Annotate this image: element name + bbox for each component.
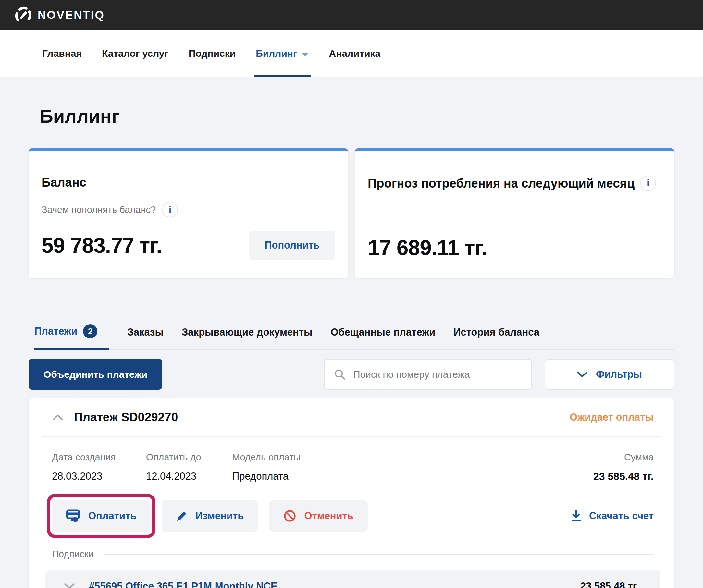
brand-wordmark: NOVENTIQ	[37, 8, 105, 21]
page-content: Биллинг Баланс Зачем пополнять баланс? i…	[0, 105, 703, 588]
field-amount: Сумма 23 585.48 тг.	[593, 452, 654, 483]
subscription-name-link[interactable]: #55695 Office 365 E1 P1M Monthly NCE	[89, 581, 278, 588]
download-icon	[570, 510, 582, 522]
nav-item-billing[interactable]: Биллинг	[256, 30, 309, 77]
forecast-card-title: Прогноз потребления на следующий месяц	[368, 176, 634, 190]
summary-cards: Баланс Зачем пополнять баланс? i 59 783.…	[28, 148, 675, 278]
main-navigation: Главная Каталог услуг Подписки Биллинг А…	[0, 30, 703, 77]
edit-button[interactable]: Изменить	[162, 500, 258, 532]
tab-closing-documents[interactable]: Закрывающие документы	[182, 324, 313, 349]
info-icon[interactable]: i	[640, 176, 656, 191]
field-due-date: Оплатить до 12.04.2023	[146, 452, 232, 483]
field-payment-model: Модель оплаты Предоплата	[232, 452, 593, 483]
search-input[interactable]	[353, 369, 522, 380]
cancel-button[interactable]: Отменить	[269, 500, 368, 532]
pencil-icon	[176, 510, 187, 522]
balance-amount: 59 783.77 тг.	[42, 233, 162, 258]
chevron-up-icon[interactable]	[52, 414, 64, 421]
billing-tabs: Платежи 2 Заказы Закрывающие документы О…	[34, 324, 675, 350]
tab-payments[interactable]: Платежи 2	[34, 324, 109, 350]
filters-button[interactable]: Фильтры	[545, 359, 675, 390]
subscriptions-header: Подписки	[52, 549, 654, 560]
payment-actions: Оплатить Изменить	[52, 500, 654, 532]
topup-button[interactable]: Пополнить	[249, 231, 335, 260]
chevron-down-icon	[577, 371, 588, 378]
noventiq-logo-icon	[14, 6, 32, 24]
payments-toolbar: Объединить платежи Фильтры	[28, 359, 675, 390]
payment-status-badge: Ожидает оплаты	[570, 412, 654, 423]
subscriptions-label: Подписки	[52, 549, 94, 560]
subscription-row: #55695 Office 365 E1 P1M Monthly NCE 23 …	[46, 571, 660, 588]
credit-card-icon	[66, 509, 80, 522]
subscription-amount: 23 585.48 тг.	[580, 581, 639, 588]
tab-orders[interactable]: Заказы	[127, 324, 164, 349]
tab-promised-payments[interactable]: Обещанные платежи	[330, 324, 435, 349]
divider	[103, 554, 654, 555]
chevron-down-icon	[302, 53, 309, 57]
download-invoice-link[interactable]: Скачать счет	[570, 510, 654, 522]
forecast-card: Прогноз потребления на следующий месяцi …	[355, 148, 675, 278]
balance-help-text: Зачем пополнять баланс?	[42, 204, 156, 215]
billing-page: { "brand": { "name": "NOVENTIQ" }, "nav"…	[0, 0, 703, 588]
nav-item-subscriptions[interactable]: Подписки	[188, 30, 236, 77]
payment-title: Платеж SD029270	[74, 411, 178, 424]
payment-details: Дата создания 28.03.2023 Оплатить до 12.…	[42, 437, 661, 483]
payment-header: Платеж SD029270 Ожидает оплаты	[42, 398, 661, 437]
cancel-icon	[283, 509, 296, 522]
nav-item-analytics[interactable]: Аналитика	[329, 30, 380, 77]
top-brand-bar: NOVENTIQ	[0, 0, 703, 30]
balance-card-title: Баланс	[42, 174, 335, 191]
info-icon[interactable]: i	[162, 202, 178, 218]
search-icon	[334, 368, 346, 381]
chevron-down-icon[interactable]	[64, 583, 75, 588]
tab-balance-history[interactable]: История баланса	[453, 324, 539, 349]
payment-card: Платеж SD029270 Ожидает оплаты Дата созд…	[28, 398, 675, 588]
forecast-amount: 17 689.11 тг.	[368, 235, 487, 260]
field-created-date: Дата создания 28.03.2023	[52, 452, 146, 483]
balance-card: Баланс Зачем пополнять баланс? i 59 783.…	[28, 148, 348, 278]
pay-button[interactable]: Оплатить	[52, 500, 151, 532]
page-title: Биллинг	[40, 105, 675, 127]
nav-item-home[interactable]: Главная	[42, 30, 82, 77]
nav-item-catalog[interactable]: Каталог услуг	[102, 30, 168, 77]
payment-search[interactable]	[324, 359, 532, 390]
merge-payments-button[interactable]: Объединить платежи	[28, 359, 162, 390]
payments-count-badge: 2	[83, 324, 97, 338]
